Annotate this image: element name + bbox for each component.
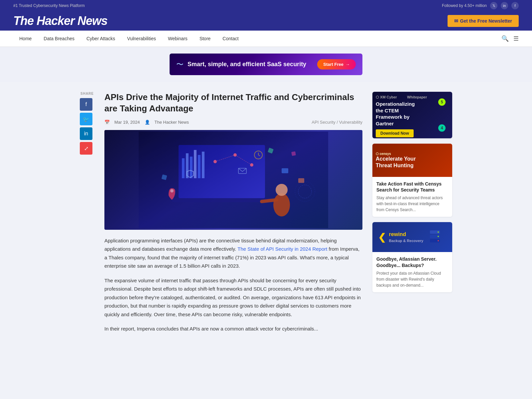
header: The Hacker News ✉ Get the Free Newslette… xyxy=(0,11,532,31)
calendar-icon: 📅 xyxy=(104,120,110,125)
nav-webinars[interactable]: Webinars xyxy=(162,31,194,47)
svg-rect-2 xyxy=(182,158,185,178)
banner-arrow-icon: → xyxy=(345,62,350,67)
linkedin-share-icon: in xyxy=(84,131,88,137)
xm-cyber-card-image[interactable]: ⬡ XM Cyber Whitepaper Operationalizingth… xyxy=(372,92,452,138)
svg-rect-22 xyxy=(298,178,304,183)
svg-point-20 xyxy=(170,189,174,193)
nav-data-breaches[interactable]: Data Breaches xyxy=(38,31,80,47)
newsletter-label: Get the Free Newsletter xyxy=(460,18,512,24)
article-meta: 📅 Mar 19, 2024 👤 The Hacker News API Sec… xyxy=(104,120,362,125)
site-logo[interactable]: The Hacker News xyxy=(13,14,107,28)
svg-rect-5 xyxy=(194,150,197,178)
main-nav: Home Data Breaches Cyber Attacks Vulnera… xyxy=(0,31,532,47)
trusted-label: #1 Trusted Cybersecurity News Platform xyxy=(13,3,85,8)
newsletter-button[interactable]: ✉ Get the Free Newsletter xyxy=(448,15,519,27)
xm-cyber-title: Operationalizingthe CTEMFramework byGart… xyxy=(376,101,449,127)
rewind-card-image[interactable]: ❮ rewind Backup & Recovery xyxy=(372,222,452,252)
twitter-icon[interactable]: 𝕏 xyxy=(490,2,497,9)
sidebar-card-xmcyber: ⬡ XM Cyber Whitepaper Operationalizingth… xyxy=(372,92,452,138)
rewind-card-title: Goodbye, Atlassian Server. Goodbye... Ba… xyxy=(376,256,448,268)
banner-cta-button[interactable]: Start Free → xyxy=(317,59,356,69)
article-paragraph-3: In their report, Imperva concludes that … xyxy=(104,325,362,333)
banner-area: 〜 Smart, simple, and efficient SaaS secu… xyxy=(0,47,532,82)
nav-contact[interactable]: Contact xyxy=(216,31,244,47)
facebook-icon[interactable]: f xyxy=(511,2,519,9)
badge-5: 5 xyxy=(438,98,446,106)
article-meta-left: 📅 Mar 19, 2024 👤 The Hacker News xyxy=(104,120,189,125)
article-date: Mar 19, 2024 xyxy=(114,120,140,125)
rewind-chevron-icon: ❮ xyxy=(378,232,386,243)
svg-rect-4 xyxy=(190,157,193,178)
sidebar-card-rewind: ❮ rewind Backup & Recovery Goodbye, Atla… xyxy=(372,222,452,292)
nav-store[interactable]: Store xyxy=(194,31,216,47)
share-other-icon: ⤢ xyxy=(84,145,88,152)
rewind-card-body: Goodbye, Atlassian Server. Goodbye... Ba… xyxy=(372,252,452,292)
menu-icon[interactable]: ☰ xyxy=(513,35,519,42)
nav-vulnerabilities[interactable]: Vulnerabilities xyxy=(121,31,162,47)
top-bar: #1 Trusted Cybersecurity News Platform F… xyxy=(0,0,532,11)
nav-cyber-attacks[interactable]: Cyber Attacks xyxy=(80,31,121,47)
hero-svg xyxy=(139,132,328,228)
article-paragraph-2: The expansive volume of internet traffic… xyxy=(104,276,362,319)
search-icon[interactable]: 🔍 xyxy=(501,35,509,42)
share-twitter-button[interactable]: 🐦 xyxy=(80,113,92,125)
svg-point-34 xyxy=(438,240,439,241)
share-other-button[interactable]: ⤢ xyxy=(80,142,92,155)
xm-cyber-card-inner: ⬡ XM Cyber Whitepaper Operationalizingth… xyxy=(376,95,449,135)
svg-point-18 xyxy=(276,184,288,196)
share-label: SHARE xyxy=(80,92,94,95)
banner-cta-label: Start Free xyxy=(323,62,343,67)
svg-rect-16 xyxy=(172,198,272,202)
banner-ad: 〜 Smart, simple, and efficient SaaS secu… xyxy=(170,54,362,75)
svg-point-17 xyxy=(273,193,290,216)
article-area: APIs Drive the Majority of Internet Traf… xyxy=(104,92,362,339)
svg-rect-7 xyxy=(202,152,204,178)
svg-rect-24 xyxy=(291,151,296,156)
twitter-share-icon: 🐦 xyxy=(83,116,89,122)
linkedin-icon[interactable]: in xyxy=(501,2,508,9)
svg-line-19 xyxy=(262,200,277,201)
rewind-logo-text: rewind Backup & Recovery xyxy=(389,231,423,243)
nav-home[interactable]: Home xyxy=(13,31,38,47)
banner-text: Smart, simple, and efficient SaaS securi… xyxy=(188,61,313,68)
newsletter-icon: ✉ xyxy=(454,18,458,24)
rewind-card-desc: Protect your data on Atlassian Cloud fro… xyxy=(376,270,448,288)
article-author[interactable]: The Hacker News xyxy=(155,120,189,125)
nav-right: 🔍 ☰ xyxy=(501,35,519,42)
article-link[interactable]: The State of API Security in 2024 Report xyxy=(237,246,327,252)
author-icon: 👤 xyxy=(145,120,150,125)
article-paragraph-1: Application programming interfaces (APIs… xyxy=(104,236,362,270)
censys-img-title: Accelerate YourThreat Hunting xyxy=(376,156,416,168)
censys-card-image[interactable]: ⬡ censys Accelerate YourThreat Hunting xyxy=(372,144,452,177)
censys-brand: ⬡ censys xyxy=(376,152,391,156)
svg-rect-6 xyxy=(198,155,200,178)
banner-icon: 〜 xyxy=(176,60,184,69)
article-body: Application programming interfaces (APIs… xyxy=(104,236,362,333)
censys-card-desc: Stay ahead of advanced threat actors wit… xyxy=(376,195,448,213)
svg-point-33 xyxy=(438,236,439,237)
nav-links: Home Data Breaches Cyber Attacks Vulnera… xyxy=(13,31,245,47)
svg-rect-21 xyxy=(282,168,288,173)
share-facebook-button[interactable]: f xyxy=(80,98,92,111)
right-sidebar: ⬡ XM Cyber Whitepaper Operationalizingth… xyxy=(372,92,452,339)
censys-card-body: Take Action Fast with Censys Search for … xyxy=(372,177,452,217)
sidebar-card-censys: ⬡ censys Accelerate YourThreat Hunting T… xyxy=(372,144,452,217)
share-linkedin-button[interactable]: in xyxy=(80,127,92,140)
followed-label: Followed by 4.50+ million xyxy=(442,3,487,8)
xm-cyber-brand: ⬡ XM Cyber Whitepaper xyxy=(376,95,449,99)
article-hero-image xyxy=(104,130,362,230)
rewind-servers-svg xyxy=(427,227,447,247)
article-tags[interactable]: API Security / Vulnerability xyxy=(312,120,362,125)
top-bar-right: Followed by 4.50+ million 𝕏 in f xyxy=(442,2,519,9)
badge-4: 4 xyxy=(438,124,446,132)
svg-point-32 xyxy=(438,231,439,233)
share-sidebar: SHARE f 🐦 in ⤢ xyxy=(80,92,94,339)
xm-download-button[interactable]: Download Now xyxy=(376,129,414,137)
censys-card-title: Take Action Fast with Censys Search for … xyxy=(376,181,448,193)
facebook-share-icon: f xyxy=(85,101,87,107)
article-title: APIs Drive the Majority of Internet Traf… xyxy=(104,92,362,114)
main-container: SHARE f 🐦 in ⤢ APIs Drive the Majority o… xyxy=(66,82,466,349)
